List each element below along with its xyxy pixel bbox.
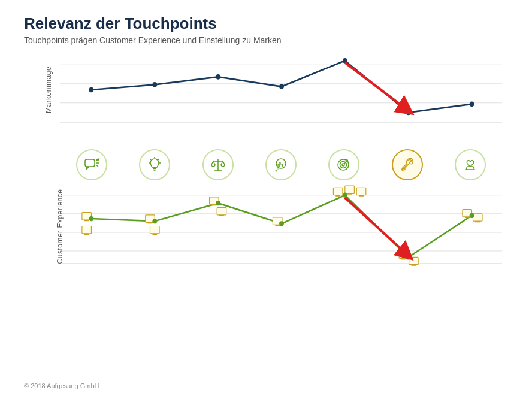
svg-rect-55 bbox=[356, 188, 366, 195]
dot-5 bbox=[406, 110, 411, 116]
ce-icons-consideration bbox=[210, 197, 226, 216]
red-arrow-bottom bbox=[345, 198, 407, 254]
page-title: Relevanz der Touchpoints bbox=[24, 14, 508, 33]
ce-dot-0 bbox=[89, 216, 94, 221]
dot-1 bbox=[152, 82, 157, 87]
pre-awareness-icon bbox=[83, 156, 100, 173]
svg-rect-58 bbox=[401, 258, 406, 259]
svg-line-8 bbox=[96, 165, 98, 167]
chart-area: Markenimage bbox=[24, 51, 508, 377]
ce-icons-purchase bbox=[333, 186, 365, 197]
svg-point-23 bbox=[276, 170, 277, 171]
dot-0 bbox=[89, 87, 94, 93]
svg-rect-43 bbox=[150, 226, 160, 234]
icon-circle-pre-awareness bbox=[76, 149, 107, 180]
icons-row bbox=[60, 129, 502, 183]
y-label-markenimage: Markenimage bbox=[44, 66, 53, 113]
ce-dot-5 bbox=[406, 255, 411, 259]
icon-circle-awareness bbox=[139, 149, 170, 180]
ce-icons-pre-awareness bbox=[82, 213, 92, 235]
svg-rect-47 bbox=[217, 207, 226, 214]
svg-line-17 bbox=[158, 159, 159, 161]
icon-awareness bbox=[123, 149, 186, 183]
page-subtitle: Touchpoints prägen Customer Experience u… bbox=[24, 35, 508, 45]
svg-rect-40 bbox=[84, 234, 89, 235]
customer-experience-chart: Customer Experience bbox=[60, 183, 502, 270]
ce-dot-6 bbox=[470, 213, 474, 218]
icon-purchase bbox=[313, 149, 376, 183]
svg-rect-38 bbox=[84, 220, 89, 221]
loyalty-icon bbox=[462, 156, 479, 173]
icon-circle-after-sales bbox=[392, 149, 423, 180]
svg-rect-64 bbox=[475, 221, 480, 222]
icon-consideration bbox=[186, 149, 249, 183]
svg-rect-44 bbox=[152, 234, 157, 235]
ce-dot-3 bbox=[279, 221, 284, 226]
customer-exp-svg bbox=[60, 183, 502, 270]
icon-preference bbox=[249, 149, 312, 183]
dot-3 bbox=[279, 84, 284, 89]
footer: © 2018 Aufgesang GmbH bbox=[24, 382, 508, 389]
consideration-icon bbox=[210, 156, 226, 173]
ce-dot-1 bbox=[152, 219, 157, 223]
svg-point-27 bbox=[342, 164, 344, 166]
page: Relevanz der Touchpoints Touchpoints prä… bbox=[0, 0, 532, 399]
icon-after-sales bbox=[376, 149, 439, 183]
icon-pre-awareness bbox=[60, 149, 123, 183]
icon-circle-loyalty bbox=[455, 149, 486, 180]
svg-rect-54 bbox=[347, 194, 352, 195]
svg-rect-53 bbox=[345, 186, 355, 193]
svg-rect-42 bbox=[148, 222, 153, 223]
dot-6 bbox=[470, 102, 474, 107]
svg-line-6 bbox=[96, 159, 98, 161]
preference-icon bbox=[273, 156, 289, 173]
y-label-customer-exp: Customer Experience bbox=[56, 189, 64, 264]
awareness-icon bbox=[146, 156, 163, 173]
icon-circle-consideration bbox=[202, 149, 234, 180]
svg-rect-24 bbox=[278, 164, 279, 167]
svg-rect-51 bbox=[333, 188, 343, 195]
after-sales-icon bbox=[399, 156, 416, 173]
svg-rect-39 bbox=[82, 226, 92, 234]
purchase-icon bbox=[335, 156, 352, 173]
dot-2 bbox=[216, 74, 220, 80]
markenimage-chart: Markenimage bbox=[60, 51, 502, 129]
svg-rect-62 bbox=[465, 217, 470, 218]
svg-rect-48 bbox=[219, 215, 224, 216]
ce-dot-4 bbox=[343, 193, 347, 198]
icon-circle-purchase bbox=[328, 149, 359, 180]
svg-rect-5 bbox=[85, 159, 95, 167]
markenimage-svg bbox=[60, 51, 502, 129]
svg-rect-60 bbox=[412, 265, 416, 266]
svg-rect-63 bbox=[473, 214, 482, 221]
svg-rect-56 bbox=[359, 195, 364, 197]
ce-icons-awareness bbox=[146, 215, 159, 235]
svg-line-16 bbox=[150, 159, 152, 161]
svg-rect-52 bbox=[335, 195, 340, 197]
icon-loyalty bbox=[439, 149, 502, 183]
svg-rect-50 bbox=[275, 225, 280, 226]
svg-rect-46 bbox=[211, 204, 216, 205]
red-arrow-top bbox=[345, 63, 407, 110]
icon-circle-preference bbox=[265, 149, 297, 180]
ce-dot-2 bbox=[216, 201, 220, 205]
svg-point-22 bbox=[277, 168, 279, 170]
